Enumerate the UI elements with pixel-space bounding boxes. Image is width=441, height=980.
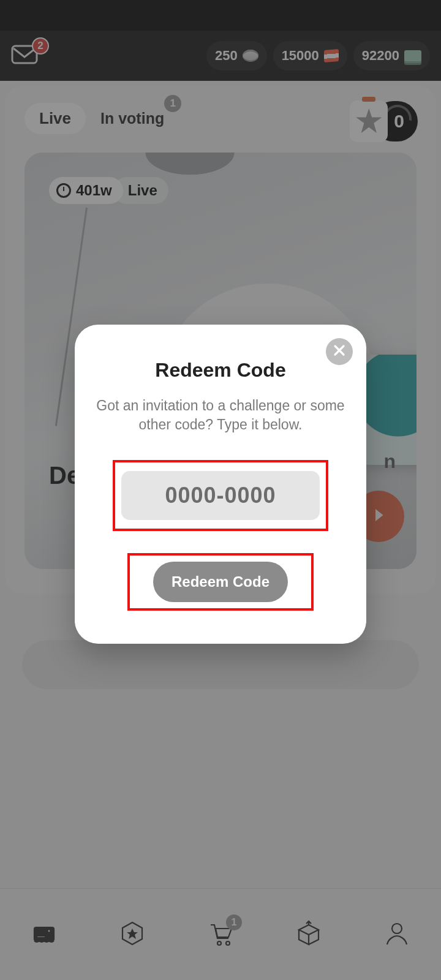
- close-icon: [333, 344, 345, 359]
- code-input[interactable]: [121, 471, 320, 520]
- redeem-code-modal: Redeem Code Got an invitation to a chall…: [75, 325, 366, 644]
- modal-subtitle: Got an invitation to a challenge or some…: [96, 396, 345, 434]
- redeem-button[interactable]: Redeem Code: [153, 562, 288, 602]
- modal-title: Redeem Code: [92, 359, 349, 382]
- close-button[interactable]: [326, 338, 353, 365]
- highlight-button-box: Redeem Code: [127, 553, 314, 611]
- highlight-input-box: [113, 460, 328, 531]
